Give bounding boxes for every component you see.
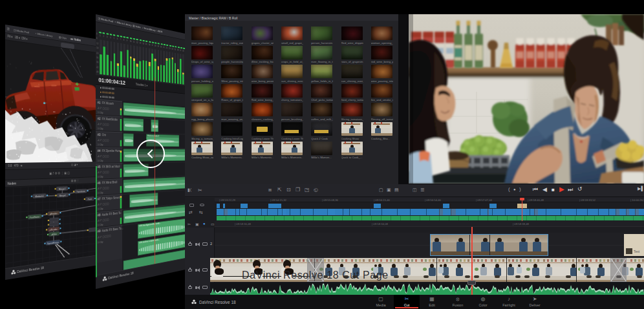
svg-text:Paint: Paint [88, 198, 92, 200]
svg-text:Merge2: Merge2 [59, 187, 66, 190]
svg-text:Transform: Transform [76, 190, 85, 193]
svg-text:MediaIn1: MediaIn1 [35, 195, 44, 198]
svg-text:Merge1: Merge1 [59, 194, 67, 197]
